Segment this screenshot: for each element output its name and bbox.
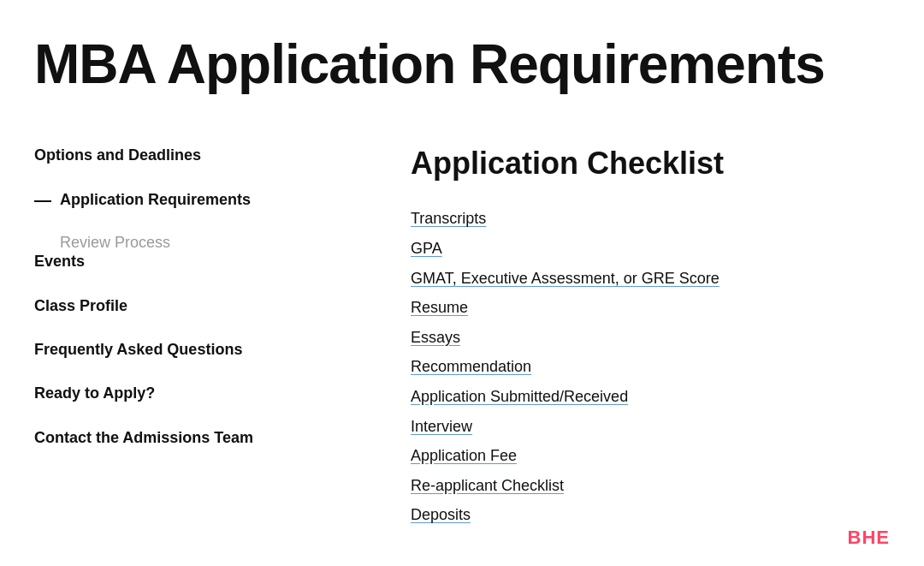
sidebar-item-label: Ready to Apply? [34, 384, 155, 402]
checklist-link-application-fee[interactable]: Application Fee [411, 447, 517, 464]
sidebar-item-ready-to-apply[interactable]: Ready to Apply? [34, 384, 325, 403]
sidebar-sub-item-review-process[interactable]: Review Process [60, 234, 325, 252]
active-indicator [34, 200, 51, 202]
checklist-link-resume[interactable]: Resume [411, 299, 468, 316]
checklist-item: Essays [411, 325, 873, 351]
content-layout: Options and DeadlinesApplication Require… [34, 146, 873, 532]
sidebar-item-label: Contact the Admissions Team [34, 429, 253, 446]
checklist-item: Resume [411, 295, 873, 321]
bhe-logo: BHE [848, 527, 890, 549]
checklist-link-reapplicant[interactable]: Re-applicant Checklist [411, 477, 564, 494]
checklist-link-deposits[interactable]: Deposits [411, 506, 471, 523]
sidebar-item-label: Frequently Asked Questions [34, 341, 242, 358]
page-title: MBA Application Requirements [34, 34, 873, 94]
checklist-link-transcripts[interactable]: Transcripts [411, 210, 486, 227]
sidebar-item-events[interactable]: Events [34, 252, 325, 271]
checklist-item: Deposits [411, 502, 873, 528]
checklist-link-app-submitted[interactable]: Application Submitted/Received [411, 388, 628, 405]
checklist-link-gmat[interactable]: GMAT, Executive Assessment, or GRE Score [411, 270, 720, 287]
sidebar-item-label: Class Profile [34, 297, 127, 314]
checklist-item: GPA [411, 235, 873, 262]
checklist-item: Re-applicant Checklist [411, 473, 873, 499]
checklist-list: TranscriptsGPAGMAT, Executive Assessment… [411, 206, 873, 528]
sidebar: Options and DeadlinesApplication Require… [34, 146, 359, 532]
sidebar-item-contact[interactable]: Contact the Admissions Team [34, 428, 325, 448]
sidebar-item-class-profile[interactable]: Class Profile [34, 296, 325, 316]
sidebar-item-application-requirements[interactable]: Application Requirements [34, 190, 325, 210]
sidebar-item-label: Application Requirements [60, 190, 251, 210]
checklist-link-gpa[interactable]: GPA [411, 240, 442, 257]
sidebar-item-label: Events [34, 253, 85, 270]
sidebar-item-faq[interactable]: Frequently Asked Questions [34, 340, 325, 360]
checklist-link-interview[interactable]: Interview [411, 418, 472, 435]
page-container: MBA Application Requirements Options and… [0, 0, 924, 566]
checklist-item: Application Submitted/Received [411, 384, 873, 410]
checklist-item: GMAT, Executive Assessment, or GRE Score [411, 265, 873, 292]
checklist-item: Interview [411, 414, 873, 440]
sidebar-sub-label: Review Process [60, 234, 170, 251]
checklist-title: Application Checklist [411, 146, 873, 182]
main-content: Application Checklist TranscriptsGPAGMAT… [359, 146, 873, 532]
checklist-link-recommendation[interactable]: Recommendation [411, 358, 531, 375]
sidebar-item-label: Options and Deadlines [34, 146, 201, 164]
checklist-item: Transcripts [411, 206, 873, 232]
checklist-item: Recommendation [411, 354, 873, 380]
checklist-item: Application Fee [411, 443, 873, 469]
sidebar-item-options-deadlines[interactable]: Options and Deadlines [34, 146, 325, 165]
checklist-link-essays[interactable]: Essays [411, 329, 460, 346]
